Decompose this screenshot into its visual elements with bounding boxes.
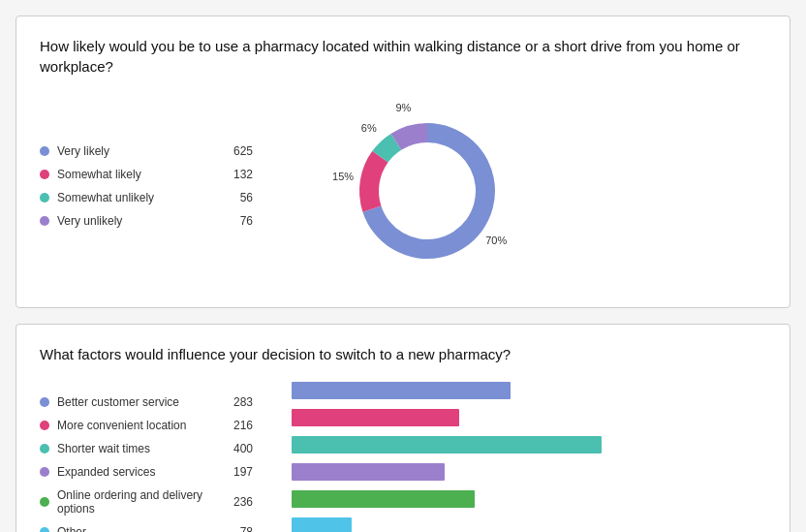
legend-value: 76 [240,214,253,228]
legend-dot [40,216,49,226]
legend-item: Online ordering and delivery options 236 [40,488,253,516]
svg-text:9%: 9% [395,102,411,113]
bar [292,490,475,508]
legend-dot [40,170,49,179]
chart-section-1: Very likely 625 Somewhat likely 132 Some… [40,94,766,288]
card-2: What factors would influence your decisi… [16,324,790,532]
legend-label: More convenient location [57,419,226,432]
legend-label: Online ordering and delivery options [57,488,226,516]
legend-value: 56 [240,191,253,204]
question-2-title: What factors would influence your decisi… [40,344,766,364]
legend-value: 236 [233,495,253,509]
svg-text:15%: 15% [332,171,354,182]
legend-dot [40,146,49,156]
legend-label: Somewhat unlikely [57,191,232,204]
legend-dot [40,497,49,507]
legend-item: Shorter wait times 400 [40,442,253,455]
legend-value: 400 [233,442,253,455]
bar [292,436,602,454]
legend-label: Better customer service [57,395,226,409]
legend-dot [40,467,49,477]
legend-label: Other [57,525,232,533]
svg-text:70%: 70% [485,235,507,246]
legend-dot [40,421,49,430]
legend-value: 197 [233,465,253,479]
legend-label: Very likely [57,144,226,158]
question-1-title: How likely would you be to use a pharmac… [40,36,766,77]
bar [292,463,445,481]
legend-value: 216 [233,419,253,432]
bar-row [292,463,766,481]
legend-item: Expanded services 197 [40,465,253,479]
bar-chart: 0100200300400 [272,382,766,532]
bar [292,382,511,399]
legend-item: Very unlikely 76 [40,214,253,228]
bar-row [292,517,766,532]
legend-label: Shorter wait times [57,442,226,455]
legend-2: Better customer service 283 More conveni… [40,395,253,533]
legend-label: Very unlikely [57,214,232,228]
legend-dot [40,193,49,203]
legend-item: Somewhat likely 132 [40,168,253,181]
legend-item: Somewhat unlikely 56 [40,191,253,204]
legend-label: Somewhat likely [57,168,226,181]
legend-value: 78 [240,525,253,533]
bar-row [292,436,766,454]
bar [292,409,459,426]
legend-value: 132 [233,168,253,181]
legend-item: Other 78 [40,525,253,533]
legend-1: Very likely 625 Somewhat likely 132 Some… [40,144,253,237]
bar-row [292,382,766,399]
bar-row [292,409,766,426]
card-1: How likely would you be to use a pharmac… [16,16,790,308]
svg-text:6%: 6% [361,122,377,134]
legend-value: 283 [233,395,253,409]
bar [292,517,352,532]
chart-section-2: Better customer service 283 More conveni… [40,382,766,532]
legend-item: Better customer service 283 [40,395,253,409]
donut-chart: 70%15%6%9% [330,94,524,288]
legend-dot [40,527,49,533]
legend-dot [40,397,49,407]
legend-dot [40,444,49,454]
legend-label: Expanded services [57,465,226,479]
legend-value: 625 [233,144,253,158]
legend-item: More convenient location 216 [40,419,253,432]
legend-item: Very likely 625 [40,144,253,158]
bar-row [292,490,766,508]
